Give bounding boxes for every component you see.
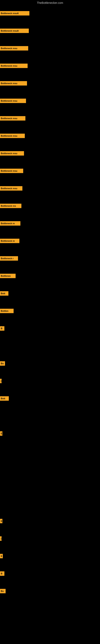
- bottleneck-bar-label-5: Bottleneck resu: [1, 100, 17, 102]
- bottleneck-bar-label-3: Bottleneck resu: [1, 64, 17, 67]
- bottleneck-bar-label-18: B: [1, 327, 2, 330]
- bottleneck-bar-10: Bottleneck resu: [0, 186, 22, 190]
- bottleneck-bar-label-23: E: [1, 520, 2, 522]
- bottleneck-bar-label-20: |: [1, 380, 1, 382]
- bottleneck-bar-2: Bottleneck resu: [0, 46, 28, 50]
- bottleneck-bar-15: Bottlenec: [0, 274, 16, 278]
- bottleneck-bar-label-22: E: [1, 432, 2, 435]
- bottleneck-bar-3: Bottleneck resu: [0, 64, 28, 68]
- bottleneck-bar-label-26: B: [1, 572, 2, 575]
- bottleneck-bar-label-1: Bottleneck result: [1, 30, 19, 32]
- bottleneck-bar-1: Bottleneck result: [0, 28, 29, 33]
- bottleneck-bar-label-15: Bottlenec: [1, 275, 11, 277]
- bottleneck-bar-label-11: Bottleneck res: [1, 205, 16, 207]
- bottleneck-bar-label-19: Bo: [1, 362, 4, 365]
- site-title: TheBottlenecker.com: [0, 0, 100, 5]
- bottleneck-bar-label-17: Bottlen: [1, 310, 8, 312]
- bottleneck-bar-label-2: Bottleneck resu: [1, 47, 17, 50]
- bottleneck-bar-label-21: Bott: [1, 397, 5, 400]
- bottleneck-bar-19: Bo: [0, 361, 5, 366]
- bottleneck-bar-20: |: [0, 379, 1, 383]
- bottleneck-bar-12: Bottleneck re: [0, 221, 20, 226]
- bottleneck-bar-8: Bottleneck resu: [0, 151, 24, 156]
- bottleneck-bar-18: B: [0, 326, 4, 331]
- bottleneck-bar-label-10: Bottleneck resu: [1, 187, 17, 190]
- bottleneck-bar-9: Bottleneck resu: [0, 169, 23, 173]
- bottleneck-bar-11: Bottleneck res: [0, 204, 21, 208]
- bottleneck-bar-label-16: Bott: [1, 292, 5, 295]
- bottleneck-bar-7: Bottleneck resu: [0, 134, 25, 138]
- bottleneck-bar-label-7: Bottleneck resu: [1, 135, 17, 137]
- bottleneck-bar-25: E: [0, 554, 3, 558]
- bottleneck-bar-label-0: Bottleneck result: [1, 12, 19, 14]
- bottleneck-bar-27: Bo: [0, 589, 6, 593]
- bottleneck-bar-14: Bottleneck r: [0, 256, 18, 260]
- bottleneck-bar-label-13: Bottleneck re: [1, 240, 15, 242]
- bottleneck-bar-21: Bott: [0, 396, 9, 401]
- bottleneck-bar-label-27: Bo: [1, 590, 4, 592]
- bottleneck-bar-label-24: |: [1, 537, 1, 540]
- bottleneck-bar-label-12: Bottleneck re: [1, 222, 15, 224]
- bottleneck-bar-23: E: [0, 519, 2, 523]
- bottleneck-bar-label-4: Bottleneck resu: [1, 82, 17, 84]
- bottleneck-bar-label-8: Bottleneck resu: [1, 152, 17, 154]
- bottleneck-bar-label-9: Bottleneck resu: [1, 170, 17, 172]
- bottleneck-bar-13: Bottleneck re: [0, 239, 19, 243]
- bottleneck-bar-label-14: Bottleneck r: [1, 257, 14, 260]
- bottleneck-bar-26: B: [0, 571, 4, 576]
- bottleneck-bar-label-25: E: [1, 555, 2, 557]
- bottleneck-bar-6: Bottleneck resu: [0, 116, 25, 120]
- bottleneck-bar-label-6: Bottleneck resu: [1, 117, 17, 120]
- bottleneck-bar-5: Bottleneck resu: [0, 98, 26, 103]
- bottleneck-bar-4: Bottleneck resu: [0, 81, 27, 86]
- bottleneck-bar-24: |: [0, 536, 1, 541]
- bottleneck-bar-17: Bottlen: [0, 309, 14, 313]
- bottleneck-bar-16: Bott: [0, 291, 8, 296]
- bottleneck-bar-0: Bottleneck result: [0, 11, 29, 16]
- bottleneck-bar-22: E: [0, 431, 2, 436]
